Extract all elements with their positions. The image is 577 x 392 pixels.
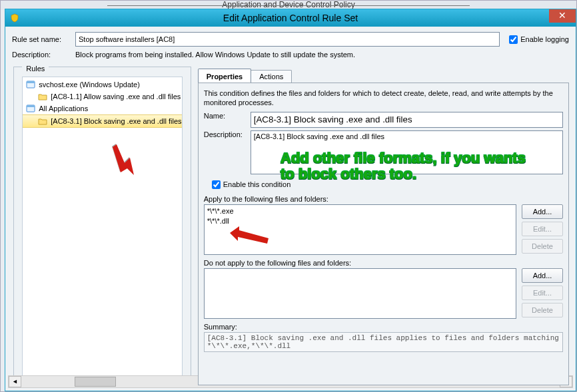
- ruleset-desc-text: Block programs from being installed. All…: [75, 51, 355, 59]
- dialog-window: Edit Application Control Rule Set ✕ Rule…: [5, 9, 576, 391]
- edit-button[interactable]: Edit...: [522, 222, 563, 236]
- scroll-thumb[interactable]: [75, 377, 116, 387]
- ruleset-desc-label: Description:: [12, 51, 75, 59]
- svg-rect-1: [27, 81, 35, 83]
- tree-item-selected[interactable]: [AC8-3.1] Block saving .exe and .dll fil…: [23, 114, 181, 128]
- tab-strip: Properties Actions: [198, 67, 569, 83]
- tree-item[interactable]: svchost.exe (Windows Update): [23, 79, 181, 91]
- condition-intro-text: This condition defines the files and fol…: [204, 89, 563, 108]
- noapply-list[interactable]: [204, 268, 516, 319]
- cond-desc-label: Description:: [204, 130, 251, 138]
- rules-group-label: Rules: [22, 65, 49, 74]
- close-button[interactable]: ✕: [549, 9, 576, 23]
- apply-list[interactable]: *\*\*.exe *\*\*.dll: [204, 204, 516, 255]
- app-icon: [25, 79, 36, 90]
- cond-name-label: Name:: [204, 112, 251, 120]
- edit-button[interactable]: Edit...: [522, 286, 563, 300]
- delete-button[interactable]: Delete: [522, 303, 563, 317]
- tab-properties[interactable]: Properties: [198, 69, 251, 83]
- list-item[interactable]: *\*\*.dll: [207, 216, 513, 226]
- folder-icon: [37, 91, 48, 102]
- ruleset-name-input[interactable]: [75, 32, 500, 47]
- tree-item[interactable]: All Applications: [23, 102, 181, 114]
- tab-actions[interactable]: Actions: [251, 70, 292, 83]
- dialog-titlebar: Edit Application Control Rule Set ✕: [5, 9, 576, 27]
- dialog-title: Edit Application Control Rule Set: [5, 13, 576, 23]
- cond-desc-input[interactable]: [AC8-3.1] Block saving .exe and .dll fil…: [251, 130, 563, 174]
- svg-rect-3: [27, 105, 35, 107]
- app-icon: [25, 103, 36, 114]
- tree-item[interactable]: [AC8-1.1] Allow saving .exe and .dll fil…: [23, 91, 181, 102]
- rules-tree[interactable]: svchost.exe (Windows Update) [AC8-1.1] A…: [22, 77, 182, 377]
- summary-text: [AC8-3.1] Block saving .exe and .dll fil…: [204, 332, 563, 352]
- list-item[interactable]: *\*\*.exe: [207, 206, 513, 216]
- enable-condition-checkbox[interactable]: Enable this condition: [204, 178, 563, 191]
- noapply-label: Do not apply to the following files and …: [204, 259, 563, 267]
- folder-icon: [37, 116, 48, 126]
- ruleset-name-label: Rule set name:: [12, 35, 75, 43]
- add-button[interactable]: Add...: [522, 268, 563, 283]
- rules-groupbox: Rules svchost.exe (Windows Update): [13, 67, 191, 385]
- enable-logging-checkbox[interactable]: Enable logging: [506, 33, 569, 46]
- scroll-left-arrow[interactable]: ◄: [9, 376, 21, 387]
- tab-content: This condition defines the files and fol…: [198, 83, 569, 385]
- cond-name-input[interactable]: [251, 112, 563, 128]
- add-button[interactable]: Add...: [522, 204, 563, 219]
- delete-button[interactable]: Delete: [522, 239, 563, 254]
- summary-label: Summary:: [204, 323, 563, 331]
- apply-label: Apply to the following files and folders…: [204, 195, 563, 203]
